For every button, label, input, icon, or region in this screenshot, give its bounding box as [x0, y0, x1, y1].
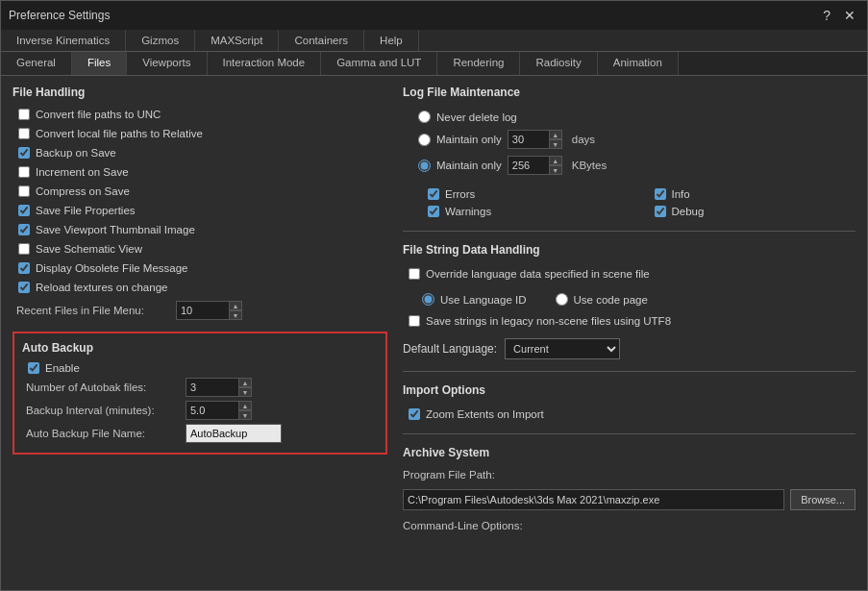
- checkbox-save-schematic-input[interactable]: [18, 243, 30, 255]
- backup-interval-up[interactable]: ▲: [238, 401, 252, 410]
- auto-backup-name-row: Auto Backup File Name:: [22, 422, 378, 445]
- log-info-input[interactable]: [655, 188, 666, 200]
- log-errors-label: Errors: [445, 188, 475, 200]
- num-autobak-input[interactable]: [186, 378, 239, 397]
- backup-interval-spinbox: ▲ ▼: [186, 401, 252, 420]
- maintain-days-row: Maintain only ▲ ▼ days: [418, 128, 856, 151]
- window-title: Preference Settings: [9, 9, 110, 22]
- tab-animation[interactable]: Animation: [598, 52, 679, 75]
- log-warnings-input[interactable]: [428, 206, 439, 217]
- checkbox-save-file-props: Save File Properties: [12, 203, 387, 218]
- default-language-select[interactable]: Current: [505, 338, 620, 359]
- auto-backup-enable-input[interactable]: [28, 362, 39, 374]
- tab-radiosity[interactable]: Radiosity: [520, 52, 597, 75]
- log-info-label: Info: [672, 188, 690, 200]
- maintain-days-down[interactable]: ▼: [549, 139, 562, 149]
- save-strings-row: Save strings in legacy non-scene files u…: [403, 313, 856, 329]
- tab-viewports[interactable]: Viewports: [127, 52, 207, 75]
- tab-containers[interactable]: Containers: [279, 30, 364, 51]
- checkbox-backup-on-save: Backup on Save: [12, 145, 387, 160]
- recent-files-spinbox-group: ▲ ▼: [176, 301, 242, 320]
- never-delete-label: Never delete log: [436, 111, 517, 123]
- checkbox-increment-on-save-input[interactable]: [18, 166, 30, 178]
- zoom-extents-input[interactable]: [409, 408, 420, 420]
- use-language-id-label: Use Language ID: [440, 294, 527, 306]
- program-file-label: Program File Path:: [403, 469, 856, 480]
- log-debug-input[interactable]: [655, 206, 666, 217]
- use-code-page-label: Use code page: [574, 294, 648, 306]
- checkbox-save-file-props-input[interactable]: [18, 205, 30, 216]
- maintain-days-radio[interactable]: [418, 134, 431, 146]
- num-autobak-down[interactable]: ▼: [238, 387, 252, 397]
- recent-files-up[interactable]: ▲: [229, 301, 242, 310]
- maintain-days-up[interactable]: ▲: [549, 130, 562, 139]
- backup-interval-down[interactable]: ▼: [238, 410, 252, 420]
- checkbox-increment-on-save: Increment on Save: [12, 164, 387, 180]
- import-options-title: Import Options: [403, 383, 856, 397]
- tab-maxscript[interactable]: MAXScript: [195, 30, 279, 51]
- backup-interval-arrows: ▲ ▼: [238, 401, 252, 420]
- recent-files-input[interactable]: [176, 301, 230, 320]
- tab-general[interactable]: General: [1, 52, 72, 75]
- tab-files[interactable]: Files: [72, 52, 127, 75]
- maintain-kbytes-radio[interactable]: [418, 160, 431, 172]
- auto-backup-filename-input[interactable]: [186, 424, 282, 443]
- maintain-days-input[interactable]: [508, 130, 550, 149]
- cmdline-label: Command-Line Options:: [403, 520, 856, 531]
- left-panel: File Handling Convert file paths to UNC …: [12, 86, 387, 580]
- maintain-kbytes-input[interactable]: [508, 156, 550, 175]
- default-language-label: Default Language:: [403, 342, 497, 356]
- num-autobak-arrows: ▲ ▼: [238, 378, 252, 397]
- right-panel: Log File Maintenance Never delete log Ma…: [403, 86, 856, 580]
- never-delete-radio[interactable]: [418, 111, 431, 123]
- log-errors-input[interactable]: [428, 188, 439, 200]
- num-autobak-spinbox: ▲ ▼: [186, 378, 252, 397]
- checkbox-reload-textures-input[interactable]: [18, 282, 30, 293]
- tab-gizmos[interactable]: Gizmos: [126, 30, 195, 51]
- divider-2: [403, 371, 856, 372]
- checkbox-convert-unc-input[interactable]: [18, 109, 30, 120]
- checkbox-save-viewport-thumb-input[interactable]: [18, 224, 30, 235]
- browse-button[interactable]: Browse...: [790, 489, 856, 510]
- recent-files-row: Recent Files in File Menu: ▲ ▼: [12, 299, 387, 322]
- tab-rendering[interactable]: Rendering: [437, 52, 520, 75]
- checkbox-convert-unc-label: Convert file paths to UNC: [36, 109, 161, 120]
- override-language-input[interactable]: [409, 268, 420, 280]
- recent-files-down[interactable]: ▼: [229, 310, 242, 320]
- maintain-kbytes-down[interactable]: ▼: [549, 165, 562, 175]
- override-language-label: Override language data specified in scen…: [426, 268, 650, 280]
- checkbox-reload-textures-label: Reload textures on change: [36, 282, 167, 293]
- default-language-row: Default Language: Current: [403, 338, 856, 359]
- log-warnings: Warnings: [422, 204, 630, 219]
- bottom-tab-bar: General Files Viewports Interaction Mode…: [1, 52, 867, 76]
- program-file-input[interactable]: [403, 489, 784, 510]
- checkbox-save-viewport-thumb-label: Save Viewport Thumbnail Image: [36, 224, 195, 235]
- help-button[interactable]: ?: [819, 8, 834, 23]
- checkbox-backup-on-save-input[interactable]: [18, 147, 30, 159]
- checkbox-save-schematic-label: Save Schematic View: [36, 243, 142, 255]
- backup-interval-label: Backup Interval (minutes):: [26, 405, 180, 416]
- tab-gamma-lut[interactable]: Gamma and LUT: [321, 52, 437, 75]
- checkbox-reload-textures: Reload textures on change: [12, 280, 387, 295]
- num-autobak-up[interactable]: ▲: [238, 378, 252, 387]
- tab-interaction-mode[interactable]: Interaction Mode: [208, 52, 322, 75]
- checkbox-display-obsolete: Display Obsolete File Message: [12, 260, 387, 276]
- use-language-id-radio[interactable]: [422, 293, 434, 306]
- maintain-days-spinbox: ▲ ▼: [508, 130, 562, 149]
- checkbox-display-obsolete-input[interactable]: [18, 262, 30, 274]
- log-errors: Errors: [422, 186, 630, 202]
- tab-help[interactable]: Help: [364, 30, 419, 51]
- maintain-kbytes-up[interactable]: ▲: [549, 156, 562, 165]
- checkbox-compress-on-save-input[interactable]: [18, 185, 30, 197]
- tab-inverse-kinematics[interactable]: Inverse Kinematics: [1, 30, 126, 51]
- kbytes-unit: KBytes: [572, 160, 607, 171]
- checkbox-convert-relative-input[interactable]: [18, 128, 30, 139]
- save-strings-input[interactable]: [409, 315, 420, 327]
- backup-interval-input[interactable]: [186, 401, 239, 420]
- auto-backup-enable: Enable: [22, 360, 378, 376]
- checkbox-convert-relative: Convert local file paths to Relative: [12, 126, 387, 141]
- use-code-page-radio[interactable]: [556, 293, 568, 306]
- maintain-kbytes-row: Maintain only ▲ ▼ KBytes: [418, 154, 856, 177]
- log-maintenance-section: Never delete log Maintain only ▲ ▼ days: [403, 109, 856, 177]
- close-button[interactable]: ✕: [840, 8, 859, 23]
